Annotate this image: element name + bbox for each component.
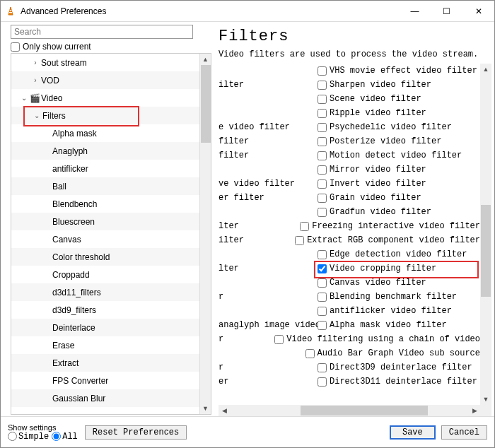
radio-all[interactable]: All xyxy=(52,432,78,442)
radio-simple[interactable]: Simple xyxy=(8,432,49,442)
filter-label: Freezing interactive video filter xyxy=(312,221,480,231)
filter-label: Canvas video filter xyxy=(330,278,426,288)
filter-checkbox[interactable] xyxy=(305,349,315,358)
tree-item-antiflicker[interactable]: antiflicker xyxy=(11,160,199,177)
scroll-left-icon[interactable]: ◀ xyxy=(219,407,230,414)
filter-left-fragment: ilter xyxy=(219,235,295,245)
save-button[interactable]: Save xyxy=(390,425,436,440)
filter-row: Audio Bar Graph Video sub source xyxy=(219,346,480,360)
tree-item-label: Gaussian Blur xyxy=(52,394,105,403)
filter-label: Audio Bar Graph Video sub source xyxy=(318,348,480,358)
filter-checkbox[interactable] xyxy=(318,165,327,175)
scroll-thumb[interactable] xyxy=(481,205,491,297)
filter-checkbox[interactable] xyxy=(295,236,304,245)
tree-item-label: Croppadd xyxy=(52,270,90,280)
filter-label: Grain video filter xyxy=(330,193,421,203)
only-show-current-checkbox[interactable] xyxy=(11,42,20,52)
tree-item-gaussian-blur[interactable]: Gaussian Blur xyxy=(11,389,199,407)
tree-item-label: Erase xyxy=(52,341,74,350)
radio-simple-input[interactable] xyxy=(8,432,17,441)
tree-scrollbar[interactable]: ▲ ▼ xyxy=(199,54,211,414)
tree-item-blendbench[interactable]: Blendbench xyxy=(11,195,199,213)
left-pane: Only show current ›Sout stream ›VOD ⌄🎬Vi… xyxy=(1,22,213,416)
tree-item-label: FPS Converter xyxy=(52,376,108,386)
filter-checkbox[interactable] xyxy=(318,307,327,316)
content-area: Only show current ›Sout stream ›VOD ⌄🎬Vi… xyxy=(1,22,494,416)
tree-item-canvas[interactable]: Canvas xyxy=(11,230,199,248)
filter-checkbox[interactable] xyxy=(318,293,327,302)
filter-left-fragment: filter xyxy=(219,151,318,160)
maximize-button[interactable]: ☐ xyxy=(431,1,462,21)
scroll-up-icon[interactable]: ▲ xyxy=(480,64,491,75)
tree-item-ball[interactable]: Ball xyxy=(11,177,199,195)
tree-item-label: Color threshold xyxy=(52,252,110,262)
filter-checkbox[interactable] xyxy=(318,81,327,90)
tree-item-label: Extract xyxy=(52,358,78,368)
tree-item-color-threshold[interactable]: Color threshold xyxy=(11,248,199,266)
footer: Show settings Simple All Reset Preferenc… xyxy=(1,416,494,447)
filter-checkbox[interactable] xyxy=(274,335,284,344)
tree-item-d3d9-filters[interactable]: d3d9_filters xyxy=(11,301,199,319)
filter-checkbox[interactable] xyxy=(318,194,327,203)
tree-sout-stream[interactable]: ›Sout stream xyxy=(11,54,199,71)
tree-item-label: Alpha mask xyxy=(52,129,97,138)
scroll-thumb[interactable] xyxy=(201,65,211,143)
minimize-button[interactable]: — xyxy=(399,1,431,21)
filter-checkbox[interactable] xyxy=(318,123,327,132)
filter-left-fragment: e video filter xyxy=(219,122,318,132)
only-show-current-label: Only show current xyxy=(23,42,91,52)
filter-checkbox[interactable] xyxy=(318,278,327,288)
tree-vod[interactable]: ›VOD xyxy=(11,71,199,89)
search-input[interactable] xyxy=(11,25,193,39)
filter-row: Edge detection video filter xyxy=(219,247,480,261)
filter-label: Ripple video filter xyxy=(330,108,426,118)
tree-item-label: d3d9_filters xyxy=(52,305,96,315)
filter-row: Gradfun video filter xyxy=(219,205,480,219)
tree-item-erase[interactable]: Erase xyxy=(11,336,199,354)
filter-checkbox[interactable] xyxy=(318,179,327,189)
scroll-right-icon[interactable]: ▶ xyxy=(469,407,480,414)
filter-checkbox[interactable] xyxy=(318,137,327,146)
close-button[interactable]: ✕ xyxy=(462,1,494,21)
filter-checkbox[interactable] xyxy=(318,66,327,76)
tree-item-alpha-mask[interactable]: Alpha mask xyxy=(11,124,199,142)
filter-row: Mirror video filter xyxy=(219,163,480,177)
filters-hscrollbar[interactable]: ◀ ▶ xyxy=(219,405,491,416)
filter-checkbox[interactable] xyxy=(318,363,327,372)
filter-row: rBlending benchmark filter xyxy=(219,290,480,304)
tree-item-d3d11-filters[interactable]: d3d11_filters xyxy=(11,283,199,301)
filter-row: ve video filterInvert video filter xyxy=(219,177,480,191)
filter-checkbox[interactable] xyxy=(318,151,327,160)
tree-item-label: Anaglyph xyxy=(52,146,88,156)
tree-item-extract[interactable]: Extract xyxy=(11,354,199,372)
scroll-thumb[interactable] xyxy=(301,406,428,415)
filter-checkbox[interactable] xyxy=(318,208,327,217)
scroll-up-icon[interactable]: ▲ xyxy=(200,54,211,65)
svg-marker-0 xyxy=(8,7,13,15)
tree-filters[interactable]: ⌄Filters xyxy=(11,107,199,124)
filter-row: filterPosterize video filter xyxy=(219,134,480,148)
filters-vscrollbar[interactable]: ▲ ▼ xyxy=(480,64,491,405)
tree-item-deinterlace[interactable]: Deinterlace xyxy=(11,319,199,336)
reset-preferences-button[interactable]: Reset Preferences xyxy=(85,425,187,440)
only-show-current-row[interactable]: Only show current xyxy=(11,42,211,52)
filter-checkbox[interactable] xyxy=(318,109,327,118)
scroll-down-icon[interactable]: ▼ xyxy=(480,394,491,405)
filter-checkbox[interactable] xyxy=(318,95,327,104)
filter-label: Video cropping filter xyxy=(330,264,436,273)
filter-checkbox[interactable] xyxy=(318,250,327,259)
cancel-button[interactable]: Cancel xyxy=(441,425,487,440)
filter-checkbox[interactable] xyxy=(318,377,327,387)
tree-item-croppadd[interactable]: Croppadd xyxy=(11,266,199,283)
tree-video[interactable]: ⌄🎬Video xyxy=(11,89,199,107)
scroll-down-icon[interactable]: ▼ xyxy=(200,403,211,414)
filter-checkbox[interactable] xyxy=(300,222,309,231)
filter-checkbox[interactable] xyxy=(318,264,327,273)
filter-checkbox[interactable] xyxy=(318,321,327,330)
tree-item-anaglyph[interactable]: Anaglyph xyxy=(11,142,199,160)
tree-item-fps-converter[interactable]: FPS Converter xyxy=(11,372,199,389)
tree-item-bluescreen[interactable]: Bluescreen xyxy=(11,213,199,230)
radio-all-input[interactable] xyxy=(52,432,61,441)
filter-left-fragment: lter xyxy=(219,221,300,231)
filter-label: Posterize video filter xyxy=(330,136,441,146)
